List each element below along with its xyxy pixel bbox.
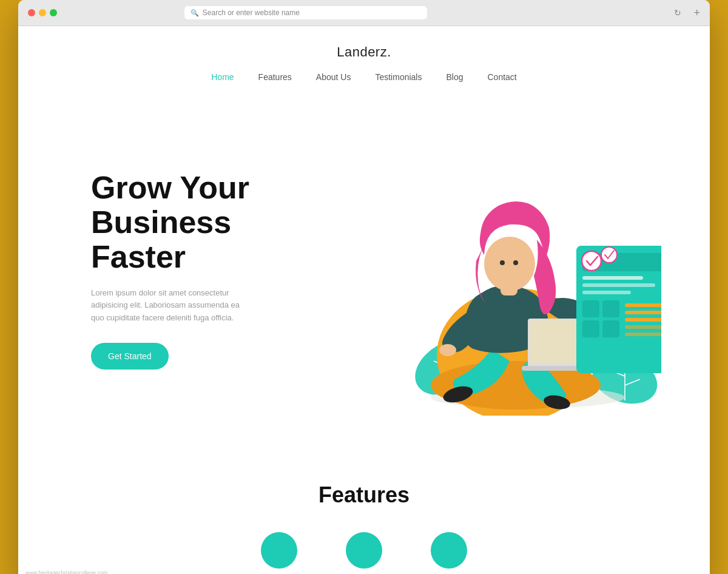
svg-rect-37 — [625, 333, 661, 336]
nav-features[interactable]: Features — [258, 72, 292, 82]
hero-svg — [322, 124, 661, 416]
svg-rect-33 — [625, 303, 661, 307]
nav-about[interactable]: About Us — [316, 72, 351, 82]
reload-button[interactable]: ↻ — [674, 8, 681, 18]
hero-title: Grow Your Business Faster — [91, 171, 322, 275]
search-icon: 🔍 — [190, 9, 199, 17]
hero-text: Grow Your Business Faster Lorem ipsum do… — [91, 171, 322, 370]
nav-contact[interactable]: Contact — [488, 72, 517, 82]
svg-point-19 — [500, 260, 505, 265]
svg-rect-31 — [582, 320, 599, 337]
svg-rect-35 — [625, 318, 661, 322]
feature-icon-1 — [261, 532, 297, 569]
cta-button[interactable]: Get Started — [91, 343, 169, 370]
minimize-button[interactable] — [39, 9, 46, 16]
svg-rect-36 — [625, 325, 661, 329]
address-text[interactable]: Search or enter website name — [203, 8, 300, 17]
nav-blog[interactable]: Blog — [446, 72, 463, 82]
svg-point-18 — [484, 237, 535, 291]
svg-rect-32 — [602, 320, 619, 337]
footer-url: www.heritagechristiancollege.com — [25, 570, 108, 574]
hero-illustration — [322, 118, 661, 422]
svg-rect-26 — [582, 276, 643, 280]
nav-testimonials[interactable]: Testimonials — [375, 72, 422, 82]
hero-section: Grow Your Business Faster Lorem ipsum do… — [18, 82, 710, 458]
traffic-lights — [28, 9, 57, 16]
svg-point-39 — [601, 247, 617, 263]
svg-rect-30 — [602, 300, 619, 317]
features-section: Features — [18, 458, 710, 574]
browser-chrome: 🔍 Search or enter website name ↻ + — [18, 0, 710, 26]
maximize-button[interactable] — [50, 9, 57, 16]
website-content: Landerz. Home Features About Us Testimon… — [18, 26, 710, 574]
svg-rect-34 — [625, 311, 661, 314]
site-nav: Home Features About Us Testimonials Blog… — [211, 72, 517, 82]
features-heading: Features — [30, 482, 698, 508]
svg-rect-29 — [582, 300, 599, 317]
address-bar: 🔍 Search or enter website name — [184, 6, 427, 19]
site-header: Landerz. Home Features About Us Testimon… — [18, 26, 710, 82]
svg-rect-28 — [582, 291, 631, 294]
feature-icon-3 — [431, 532, 467, 569]
new-tab-button[interactable]: + — [693, 7, 700, 19]
svg-point-38 — [582, 251, 601, 271]
features-icons-row — [30, 532, 698, 569]
close-button[interactable] — [28, 9, 35, 16]
nav-home[interactable]: Home — [211, 72, 234, 82]
site-logo[interactable]: Landerz. — [337, 44, 391, 60]
svg-rect-27 — [582, 283, 655, 287]
feature-icon-2 — [346, 532, 382, 569]
svg-point-20 — [513, 260, 518, 265]
hero-description: Lorem ipsum dolor sit amet consectetur a… — [91, 287, 249, 325]
svg-point-15 — [439, 344, 456, 356]
browser-window: 🔍 Search or enter website name ↻ + Lande… — [18, 0, 710, 574]
